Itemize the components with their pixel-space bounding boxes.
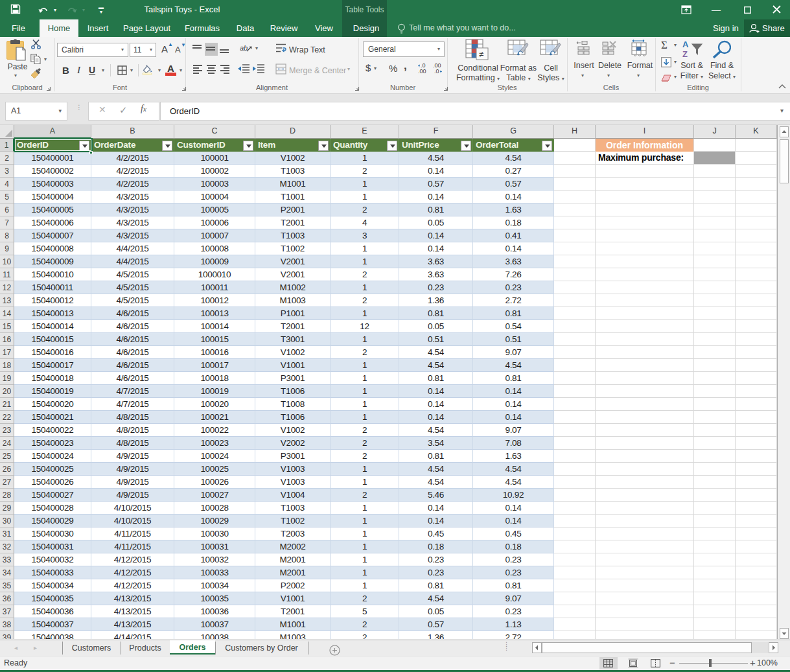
svg-text:A: A (682, 40, 689, 49)
svg-text:.0: .0 (434, 68, 439, 75)
svg-text:.00: .00 (418, 68, 426, 75)
svg-text:≠: ≠ (479, 49, 483, 59)
svg-text:ab: ab (240, 44, 248, 52)
svg-text:.0: .0 (421, 62, 426, 69)
svg-text:Z: Z (682, 49, 688, 59)
